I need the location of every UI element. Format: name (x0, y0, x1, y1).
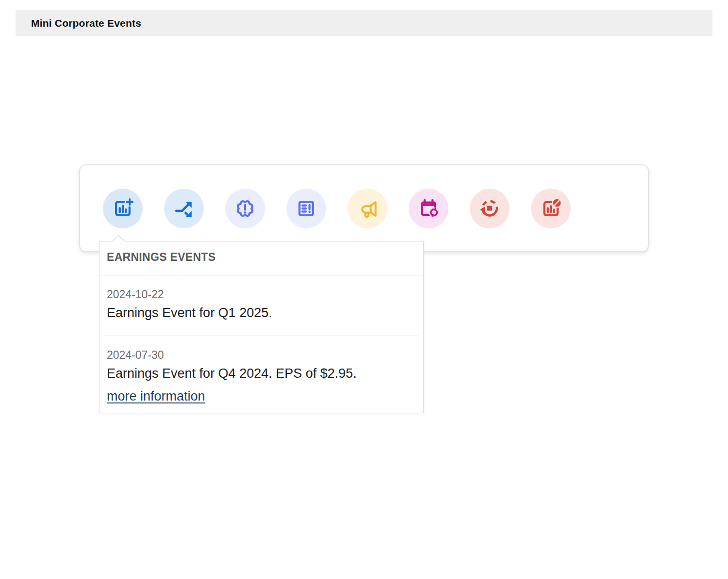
rotate-restore-event-button[interactable] (470, 189, 510, 228)
page-title: Mini Corporate Events (31, 17, 141, 29)
calendar-sync-event-button[interactable] (409, 189, 448, 228)
badge-alert-event-button[interactable] (225, 189, 265, 228)
event-date: 2024-07-30 (107, 348, 416, 362)
mini-corporate-events-page: Mini Corporate Events (0, 0, 728, 579)
chart-blocked-icon (540, 197, 562, 220)
announcement-event-button[interactable] (347, 189, 387, 228)
event-icons-row (80, 165, 648, 251)
megaphone-icon (356, 197, 379, 220)
event-date: 2024-10-22 (107, 288, 416, 301)
split-arrows-event-button[interactable] (164, 189, 204, 228)
add-chart-event-button[interactable] (103, 189, 143, 228)
event-description: Earnings Event for Q1 2025. (107, 305, 416, 321)
rotate-restore-icon (479, 197, 501, 220)
split-arrows-icon (173, 197, 195, 220)
app-header: Mini Corporate Events (16, 10, 712, 36)
list-alert-icon (295, 197, 317, 220)
earnings-event-item: 2024-10-22 Earnings Event for Q1 2025. (99, 275, 423, 321)
more-information-link[interactable]: more information (107, 388, 205, 404)
calendar-sync-icon (417, 197, 440, 220)
events-toolbar-card (79, 164, 649, 252)
chart-blocked-event-button[interactable] (531, 189, 571, 228)
earnings-events-popover: EARNINGS EVENTS 2024-10-22 Earnings Even… (99, 241, 424, 413)
add-chart-icon (112, 197, 134, 220)
event-description: Earnings Event for Q4 2024. EPS of $2.95… (107, 365, 416, 382)
list-alert-event-button[interactable] (286, 189, 326, 228)
popover-title: EARNINGS EVENTS (99, 241, 423, 275)
earnings-event-item: 2024-07-30 Earnings Event for Q4 2024. E… (99, 336, 423, 413)
badge-alert-icon (234, 197, 256, 220)
